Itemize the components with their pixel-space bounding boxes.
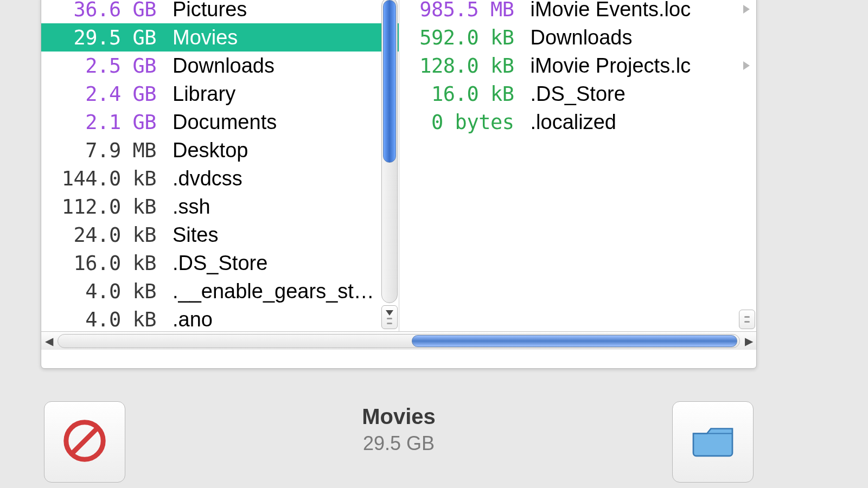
list-item[interactable]: 16.0 kB.DS_Store	[399, 80, 757, 108]
item-size: 2.5 GB	[48, 52, 156, 80]
item-name: Downloads	[531, 23, 731, 52]
list-item[interactable]: 985.5 MBiMovie Events.loc	[399, 0, 757, 23]
file-list-left: 36.6 GBPictures29.5 GBMovies2.5 GBDownlo…	[41, 0, 399, 331]
selection-info: Movies 29.5 GB	[362, 401, 436, 455]
horizontal-scrollbar[interactable]: ◀ ▶	[41, 331, 756, 350]
item-name: .localized	[531, 108, 731, 136]
vertical-scrollbar-left[interactable]	[381, 0, 398, 303]
list-item[interactable]: 592.0 kBDownloads	[399, 23, 757, 52]
item-name: Sites	[173, 221, 373, 249]
status-bar: Movies 29.5 GB	[41, 401, 757, 483]
list-item[interactable]: 4.0 kB.__enable_gears_st…	[41, 277, 399, 305]
item-size: 128.0 kB	[406, 52, 514, 80]
item-name: .ssh	[173, 192, 373, 221]
list-item[interactable]: 2.1 GBDocuments	[41, 108, 399, 136]
item-size: 0 bytes	[406, 108, 514, 136]
list-item[interactable]: 36.6 GBPictures	[41, 0, 399, 23]
browser-window: 36.6 GBPictures29.5 GBMovies2.5 GBDownlo…	[41, 0, 757, 369]
scroll-right-arrow-icon[interactable]: ▶	[741, 335, 756, 348]
item-size: 144.0 kB	[48, 165, 156, 192]
list-item[interactable]: 29.5 GBMovies	[41, 23, 399, 52]
chevron-down-icon	[386, 310, 393, 316]
selection-size: 29.5 GB	[362, 432, 436, 455]
item-size: 36.6 GB	[48, 0, 156, 23]
list-item[interactable]: 128.0 kBiMovie Projects.lc	[399, 52, 757, 80]
list-item[interactable]: 2.4 GBLibrary	[41, 80, 399, 108]
scrollbar-track[interactable]	[58, 334, 740, 348]
item-name: .ano	[173, 305, 373, 331]
delete-button[interactable]	[44, 401, 125, 483]
item-name: Documents	[173, 108, 373, 136]
item-name: .__enable_gears_st…	[173, 277, 373, 305]
file-list-right: 985.5 MBiMovie Events.loc592.0 kBDownloa…	[399, 0, 757, 136]
item-size: 4.0 kB	[48, 278, 156, 305]
item-name: .DS_Store	[531, 80, 731, 108]
selection-title: Movies	[362, 404, 436, 429]
columns-container: 36.6 GBPictures29.5 GBMovies2.5 GBDownlo…	[41, 0, 756, 331]
item-size: 2.1 GB	[48, 108, 156, 136]
item-name: Desktop	[173, 136, 373, 164]
item-name: Movies	[173, 23, 373, 52]
scrollbar-thumb-horizontal[interactable]	[412, 335, 737, 347]
item-name: Library	[173, 80, 373, 108]
chevron-right-icon	[743, 61, 750, 70]
item-name: .dvdcss	[173, 164, 373, 192]
scroll-left-arrow-icon[interactable]: ◀	[41, 335, 56, 348]
item-size: 4.0 kB	[48, 306, 156, 331]
item-size: 592.0 kB	[406, 24, 514, 52]
item-size: 7.9 MB	[48, 137, 156, 164]
item-name: .DS_Store	[173, 249, 373, 277]
list-item[interactable]: 144.0 kB.dvdcss	[41, 164, 399, 192]
list-item[interactable]: 16.0 kB.DS_Store	[41, 249, 399, 277]
svg-line-1	[72, 428, 98, 454]
item-name: Pictures	[173, 0, 373, 23]
list-item[interactable]: 4.0 kB.ano	[41, 305, 399, 331]
list-item[interactable]: 24.0 kBSites	[41, 221, 399, 249]
list-item[interactable]: 112.0 kB.ssh	[41, 192, 399, 221]
scrollbar-down-button-left[interactable]	[381, 305, 398, 329]
list-item[interactable]: 2.5 GBDownloads	[41, 52, 399, 80]
item-size: 985.5 MB	[406, 0, 514, 23]
item-size: 29.5 GB	[48, 24, 156, 52]
no-entry-icon	[60, 416, 109, 467]
list-item[interactable]: 7.9 MBDesktop	[41, 136, 399, 164]
scrollbar-down-button-right[interactable]	[739, 310, 755, 329]
item-size: 2.4 GB	[48, 80, 156, 108]
item-size: 16.0 kB	[48, 249, 156, 277]
chevron-right-icon	[743, 5, 750, 14]
reveal-in-finder-button[interactable]	[672, 401, 754, 483]
scrollbar-thumb[interactable]	[383, 0, 396, 163]
folder-icon	[688, 416, 737, 467]
item-name: iMovie Projects.lc	[531, 52, 731, 80]
item-name: Downloads	[173, 52, 373, 80]
item-size: 24.0 kB	[48, 221, 156, 249]
list-item[interactable]: 0 bytes.localized	[399, 108, 757, 136]
item-size: 112.0 kB	[48, 193, 156, 221]
item-name: iMovie Events.loc	[531, 0, 731, 23]
item-size: 16.0 kB	[406, 80, 514, 108]
column-right: 985.5 MBiMovie Events.loc592.0 kBDownloa…	[399, 0, 757, 331]
column-left: 36.6 GBPictures29.5 GBMovies2.5 GBDownlo…	[41, 0, 399, 331]
